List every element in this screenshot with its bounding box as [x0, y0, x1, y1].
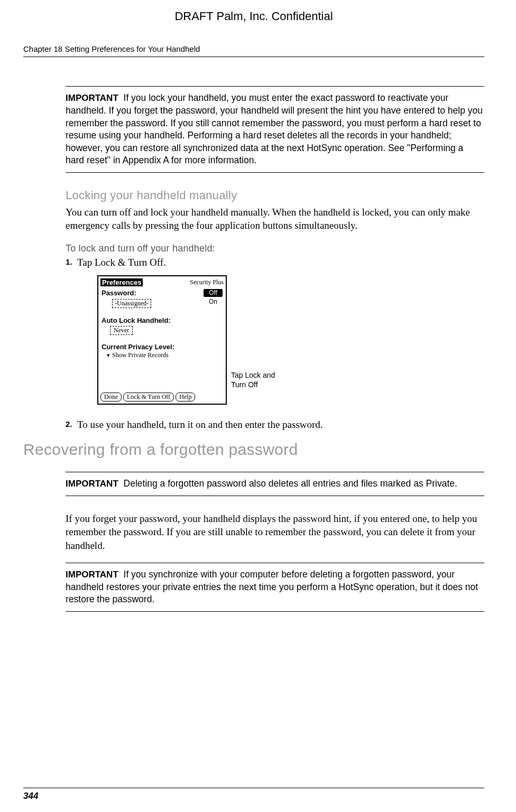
important-text: If you synchronize with your computer be…	[66, 569, 478, 605]
important-text: Deleting a forgotten password also delet…	[124, 478, 457, 489]
chapter-header: Chapter 18 Setting Preferences for Your …	[23, 44, 484, 57]
palm-lock-turnoff-button: Lock & Turn Off	[123, 393, 174, 402]
palm-title: Preferences	[100, 278, 143, 286]
important-note-1: IMPORTANT If you lock your handheld, you…	[66, 86, 484, 173]
palm-done-button: Done	[100, 393, 122, 402]
palm-password-label: Password:	[102, 289, 136, 297]
palm-unassigned-field: -Unassigned-	[112, 299, 151, 308]
step-2: 2. To use your handheld, turn it on and …	[66, 418, 484, 431]
draft-header: DRAFT Palm, Inc. Confidential	[23, 10, 484, 23]
step-1: 1. Tap Lock & Turn Off.	[66, 256, 484, 269]
important-note-3: IMPORTANT If you synchronize with your c…	[66, 563, 484, 612]
dropdown-arrow-icon: ▾	[107, 352, 110, 359]
palm-show-private: Show Private Records	[112, 351, 169, 359]
section-heading-recovering: Recovering from a forgotten password	[23, 441, 484, 459]
palm-help-button: Help	[176, 393, 195, 402]
step-text: Tap Lock & Turn Off.	[77, 256, 166, 269]
palm-menu-security: Security Plus	[190, 278, 224, 286]
body-forget-password: If you forget your password, your handhe…	[66, 512, 484, 552]
important-label: IMPORTANT	[66, 93, 118, 103]
procedure-heading: To lock and turn off your handheld:	[66, 243, 484, 254]
important-note-2: IMPORTANT Deleting a forgotten password …	[66, 472, 484, 496]
step-number: 1.	[66, 256, 77, 269]
important-label: IMPORTANT	[66, 479, 118, 489]
step-number: 2.	[66, 418, 77, 431]
palm-never-field: Never	[110, 326, 133, 335]
important-label: IMPORTANT	[66, 570, 118, 580]
section-heading-locking: Locking your handheld manually	[66, 189, 484, 202]
step-text: To use your handheld, turn it on and the…	[77, 418, 323, 431]
page-footer: 344	[23, 788, 484, 801]
screenshot-row: Preferences Security Plus Password: Off …	[97, 275, 484, 405]
palm-privacy-label: Current Privacy Level:	[102, 343, 174, 351]
palm-autolock-label: Auto Lock Handheld:	[102, 316, 171, 324]
callout-label: Tap Lock and Turn Off	[231, 370, 279, 389]
xref-appendix-a[interactable]: Appendix A	[122, 155, 169, 165]
body-locking: You can turn off and lock your handheld …	[66, 206, 484, 232]
palm-preferences-screenshot: Preferences Security Plus Password: Off …	[97, 275, 227, 405]
palm-on-option: On	[204, 298, 223, 312]
page-number: 344	[23, 791, 38, 801]
palm-off-selected: Off	[204, 289, 223, 297]
